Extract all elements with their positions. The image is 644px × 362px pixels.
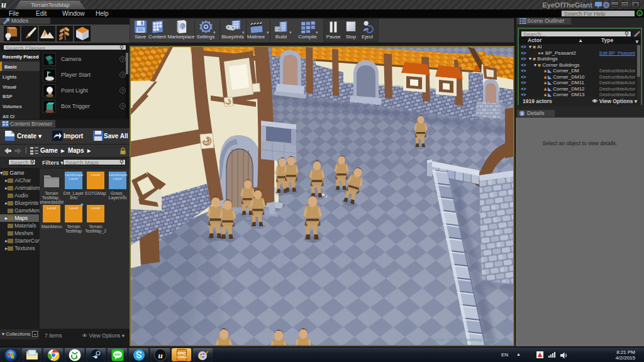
svg-text:u: u (158, 351, 162, 360)
svg-text:EPIC: EPIC (177, 351, 186, 355)
svg-text:GAMES: GAMES (177, 356, 187, 359)
